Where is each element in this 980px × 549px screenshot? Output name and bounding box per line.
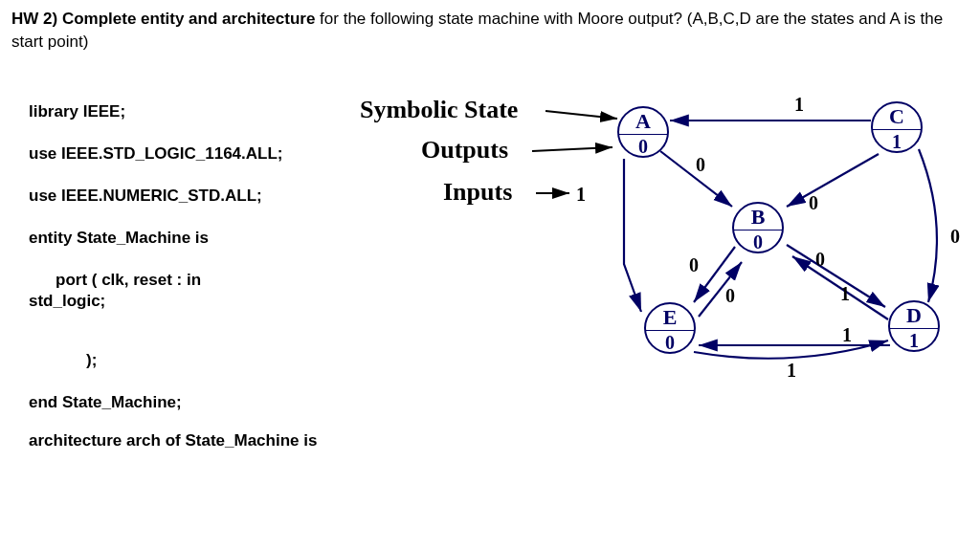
state-E: E 0 xyxy=(644,302,696,354)
state-C: C 1 xyxy=(871,101,923,153)
edge-B-D: 1 xyxy=(840,283,850,305)
state-D: D 1 xyxy=(888,300,940,352)
code-line-use2: use IEEE.NUMERIC_STD.ALL; xyxy=(29,186,345,207)
question-bold: HW 2) Complete entity and architecture xyxy=(11,10,315,28)
svg-line-1 xyxy=(532,147,612,151)
edge-A-B: 0 xyxy=(696,154,705,176)
edge-E-B: 0 xyxy=(725,285,735,307)
state-B: B 0 xyxy=(732,202,784,253)
edge-E-D: 1 xyxy=(842,324,852,346)
edge-A-E: 1 xyxy=(576,184,586,206)
code-line-library: library IEEE; xyxy=(29,101,345,122)
code-line-use1: use IEEE.STD_LOGIC_1164.ALL; xyxy=(29,143,345,165)
code-line-arch: architecture arch of State_Machine is xyxy=(29,430,345,451)
edge-B-E: 0 xyxy=(689,254,699,276)
diagram-svg xyxy=(354,101,980,465)
vhdl-code: library IEEE; use IEEE.STD_LOGIC_1164.AL… xyxy=(11,101,354,452)
question-header: HW 2) Complete entity and architecture f… xyxy=(11,8,969,54)
code-line-end-entity: end State_Machine; xyxy=(29,392,345,413)
code-line-port: port ( clk, reset : in std_logic; xyxy=(29,270,345,312)
edge-C-D: 0 xyxy=(950,226,960,248)
edge-D-E: 1 xyxy=(787,360,796,382)
edge-C-B: 0 xyxy=(809,192,818,214)
code-line-close-port: ); xyxy=(29,350,345,371)
svg-line-0 xyxy=(546,111,617,119)
state-A: A 0 xyxy=(617,106,669,158)
edge-D-B: 0 xyxy=(815,249,825,271)
edge-C-A: 1 xyxy=(794,94,804,116)
state-diagram: Symbolic State Outputs Inputs xyxy=(354,101,969,452)
content-area: library IEEE; use IEEE.STD_LOGIC_1164.AL… xyxy=(11,101,969,452)
code-line-entity: entity State_Machine is xyxy=(29,228,345,249)
